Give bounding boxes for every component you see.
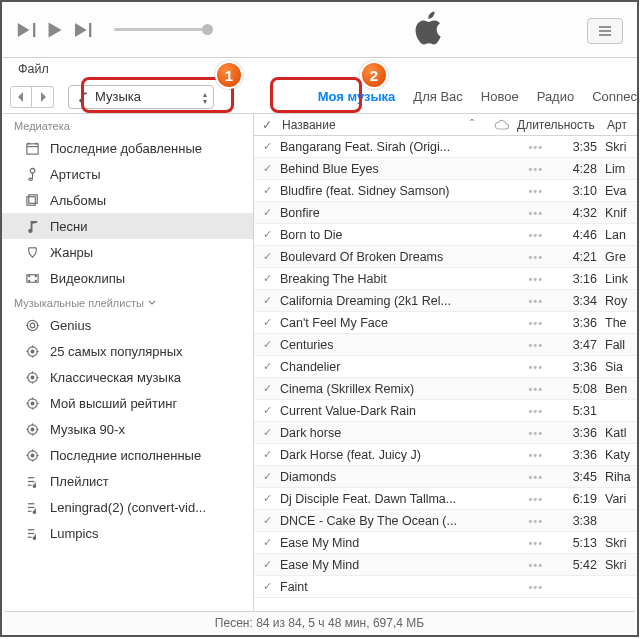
play-button[interactable]	[40, 16, 68, 44]
svg-point-18	[30, 323, 35, 328]
more-icon[interactable]: •••	[522, 207, 549, 219]
more-icon[interactable]: •••	[522, 295, 549, 307]
videos-icon	[24, 270, 40, 286]
column-name[interactable]: Название	[280, 118, 457, 132]
callout-badge-2: 2	[360, 61, 388, 89]
table-row[interactable]: ✓Ease My Mind•••5:42Skri	[254, 554, 637, 576]
sidebar-item-recently-added[interactable]: Последние добавленные	[2, 135, 253, 161]
check-icon: ✓	[254, 558, 280, 571]
column-duration[interactable]: Длительность	[517, 118, 607, 132]
song-duration: 3:36	[549, 316, 605, 330]
song-duration: 5:08	[549, 382, 605, 396]
category-selector[interactable]: Музыка ▴▾	[68, 85, 214, 109]
column-artist[interactable]: Арт	[607, 118, 637, 132]
table-row[interactable]: ✓Can't Feel My Face•••3:36The	[254, 312, 637, 334]
sidebar-item-label: Последние добавленные	[50, 141, 202, 156]
sidebar-item-recently-played[interactable]: Последние исполненные	[2, 442, 253, 468]
more-icon[interactable]: •••	[522, 273, 549, 285]
song-name: Diamonds	[280, 470, 522, 484]
song-name: Bludfire (feat. Sidney Samson)	[280, 184, 522, 198]
more-icon[interactable]: •••	[522, 141, 549, 153]
more-icon[interactable]: •••	[522, 383, 549, 395]
table-row[interactable]: ✓Bludfire (feat. Sidney Samson)•••3:10Ev…	[254, 180, 637, 202]
table-row[interactable]: ✓Dj Disciple Feat. Dawn Tallma...•••6:19…	[254, 488, 637, 510]
sidebar-section-playlists[interactable]: Музыкальные плейлисты	[2, 291, 253, 312]
more-icon[interactable]: •••	[522, 317, 549, 329]
sidebar-item-artists[interactable]: Артисты	[2, 161, 253, 187]
more-icon[interactable]: •••	[522, 581, 549, 593]
next-track-button[interactable]	[68, 16, 96, 44]
sidebar-item-videos[interactable]: Видеоклипы	[2, 265, 253, 291]
more-icon[interactable]: •••	[522, 493, 549, 505]
more-icon[interactable]: •••	[522, 449, 549, 461]
song-artist: Ben	[605, 382, 637, 396]
sort-asc-icon[interactable]: ˆ	[457, 118, 487, 132]
tab-radio[interactable]: Радио	[537, 85, 575, 108]
table-row[interactable]: ✓California Dreaming (2k1 Rel...•••3:34R…	[254, 290, 637, 312]
sidebar-item-genius[interactable]: Genius	[2, 312, 253, 338]
table-row[interactable]: ✓Boulevard Of Broken Dreams•••4:21Gre	[254, 246, 637, 268]
table-row[interactable]: ✓Born to Die•••4:46Lan	[254, 224, 637, 246]
nav-forward-button[interactable]	[32, 86, 54, 108]
table-row[interactable]: ✓Diamonds•••3:45Riha	[254, 466, 637, 488]
table-row[interactable]: ✓Chandelier•••3:36Sia	[254, 356, 637, 378]
sidebar-item-label: Lumpics	[50, 526, 98, 541]
prev-track-button[interactable]	[12, 16, 40, 44]
sidebar-item-my-top-rated[interactable]: Мой высший рейтинг	[2, 390, 253, 416]
sidebar-item-leningrad[interactable]: Leningrad(2) (convert-vid...	[2, 494, 253, 520]
sidebar-item-genres[interactable]: Жанры	[2, 239, 253, 265]
table-row[interactable]: ✓Centuries•••3:47Fall	[254, 334, 637, 356]
table-row[interactable]: ✓DNCE - Cake By The Ocean (...•••3:38	[254, 510, 637, 532]
volume-slider[interactable]	[114, 28, 204, 31]
check-icon: ✓	[254, 250, 280, 263]
song-artist: Katy	[605, 448, 637, 462]
more-icon[interactable]: •••	[522, 185, 549, 197]
more-icon[interactable]: •••	[522, 163, 549, 175]
song-duration: 3:16	[549, 272, 605, 286]
tab-connect[interactable]: Connec	[592, 85, 637, 108]
svg-point-59	[33, 510, 35, 512]
song-artist: Fall	[605, 338, 637, 352]
table-row[interactable]: ✓Cinema (Skrillex Remix)•••5:08Ben	[254, 378, 637, 400]
more-icon[interactable]: •••	[522, 559, 549, 571]
table-row[interactable]: ✓Breaking The Habit•••3:16Link	[254, 268, 637, 290]
more-icon[interactable]: •••	[522, 339, 549, 351]
sidebar-item-albums[interactable]: Альбомы	[2, 187, 253, 213]
sidebar-item-label: Музыка 90-х	[50, 422, 125, 437]
more-icon[interactable]: •••	[522, 361, 549, 373]
more-icon[interactable]: •••	[522, 515, 549, 527]
table-row[interactable]: ✓Bangarang Feat. Sirah (Origi...•••3:35S…	[254, 136, 637, 158]
sidebar-item-lumpics[interactable]: Lumpics	[2, 520, 253, 546]
sidebar-item-classical[interactable]: Классическая музыка	[2, 364, 253, 390]
table-row[interactable]: ✓Dark Horse (feat. Juicy J)•••3:36Katy	[254, 444, 637, 466]
more-icon[interactable]: •••	[522, 405, 549, 417]
list-view-button[interactable]	[587, 18, 623, 44]
column-check[interactable]: ✓	[254, 118, 280, 132]
table-row[interactable]: ✓Bonfire•••4:32Knif	[254, 202, 637, 224]
table-row[interactable]: ✓Faint•••	[254, 576, 637, 598]
tab-new[interactable]: Новое	[481, 85, 519, 108]
table-row[interactable]: ✓Current Value-Dark Rain•••5:31	[254, 400, 637, 422]
song-artist: The	[605, 316, 637, 330]
column-cloud[interactable]	[487, 119, 517, 131]
sidebar-item-top25[interactable]: 25 самых популярных	[2, 338, 253, 364]
menu-file[interactable]: Файл	[18, 62, 49, 76]
more-icon[interactable]: •••	[522, 471, 549, 483]
table-row[interactable]: ✓Dark horse•••3:36Katl	[254, 422, 637, 444]
table-row[interactable]: ✓Ease My Mind•••5:13Skri	[254, 532, 637, 554]
more-icon[interactable]: •••	[522, 537, 549, 549]
nav-back-button[interactable]	[10, 86, 32, 108]
tab-my-music[interactable]: Моя музыка	[318, 85, 396, 108]
more-icon[interactable]: •••	[522, 251, 549, 263]
sidebar-item-90s[interactable]: Музыка 90-х	[2, 416, 253, 442]
sidebar-item-songs[interactable]: Песни	[2, 213, 253, 239]
check-icon: ✓	[254, 492, 280, 505]
table-row[interactable]: ✓Behind Blue Eyes•••4:28Lim	[254, 158, 637, 180]
sidebar-item-playlist[interactable]: Плейлист	[2, 468, 253, 494]
tab-for-you[interactable]: Для Вас	[413, 85, 462, 108]
check-icon: ✓	[254, 184, 280, 197]
song-duration: 6:19	[549, 492, 605, 506]
more-icon[interactable]: •••	[522, 427, 549, 439]
more-icon[interactable]: •••	[522, 229, 549, 241]
svg-point-19	[27, 320, 37, 330]
